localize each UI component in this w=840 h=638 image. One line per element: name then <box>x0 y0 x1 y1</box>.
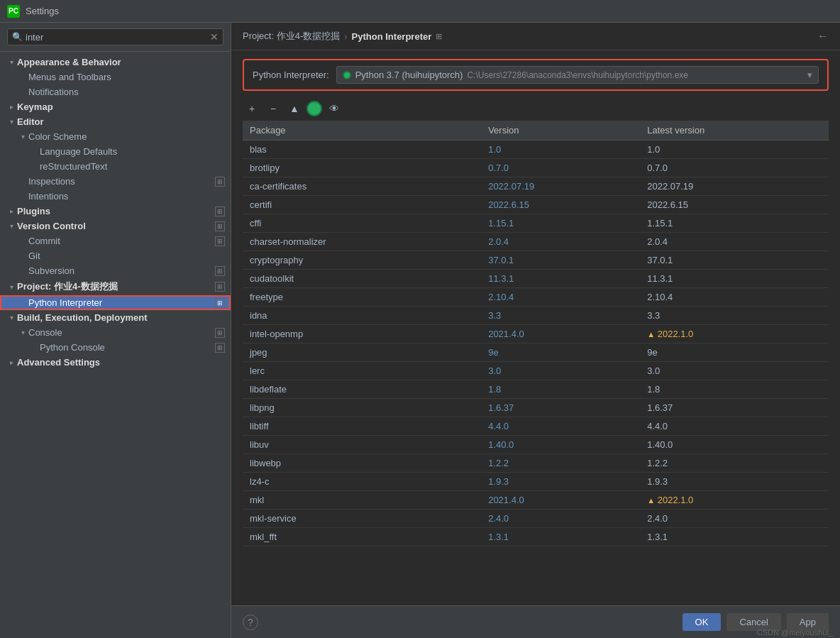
table-row[interactable]: libpng1.6.371.6.37 <box>243 399 829 417</box>
tree-label: Editor <box>17 116 44 127</box>
cell-version: 0.7.0 <box>481 159 640 177</box>
interpreter-select[interactable]: Python 3.7 (huihuipytorch) C:\Users\2728… <box>336 66 819 84</box>
cell-version: 2.0.4 <box>481 233 640 251</box>
sidebar-item-python-interpreter[interactable]: Python Interpreter⊞ <box>0 295 231 310</box>
table-row[interactable]: freetype2.10.42.10.4 <box>243 288 829 307</box>
ok-button[interactable]: OK <box>682 613 722 631</box>
sidebar-item-menus-toolbars[interactable]: Menus and Toolbars <box>0 70 231 84</box>
cell-version: 1.8 <box>481 380 640 399</box>
table-row[interactable]: brotlipy0.7.00.7.0 <box>243 159 829 177</box>
col-package: Package <box>243 121 481 141</box>
sidebar-item-keymap[interactable]: ▸Keymap <box>0 99 231 114</box>
table-row[interactable]: intel-openmp2021.4.0▲ 2022.1.0 <box>243 325 829 343</box>
tree-label: Menus and Toolbars <box>28 72 111 82</box>
sidebar-item-version-control[interactable]: ▾Version Control⊞ <box>0 219 231 233</box>
sidebar-item-git[interactable]: Git <box>0 248 231 263</box>
sidebar-item-intentions[interactable]: Intentions <box>0 189 231 204</box>
table-row[interactable]: jpeg9e9e <box>243 343 829 362</box>
sidebar-item-editor[interactable]: ▾Editor <box>0 114 231 129</box>
tree-badge: ⊞ <box>215 221 225 231</box>
cell-version: 2021.4.0 <box>481 325 640 343</box>
tree-badge: ⊞ <box>215 343 225 353</box>
interpreter-path: C:\Users\27286\anaconda3\envs\huihuipyto… <box>467 70 688 80</box>
table-row[interactable]: cryptography37.0.137.0.1 <box>243 251 829 270</box>
cell-package: libdeflate <box>243 380 481 399</box>
cell-latest: 1.2.2 <box>640 454 829 473</box>
tree-label: Notifications <box>28 87 79 97</box>
table-row[interactable]: mkl_fft1.3.11.3.1 <box>243 528 829 546</box>
help-button[interactable]: ? <box>243 615 258 630</box>
cell-latest: 1.6.37 <box>640 399 829 417</box>
tree-label: Console <box>28 327 62 338</box>
table-row[interactable]: mkl-service2.4.02.4.0 <box>243 510 829 528</box>
sidebar-item-subversion[interactable]: Subversion⊞ <box>0 263 231 278</box>
table-row[interactable]: lerc3.03.0 <box>243 362 829 380</box>
sidebar-item-console[interactable]: ▾Console⊞ <box>0 325 231 340</box>
sidebar-item-plugins[interactable]: ▸Plugins⊞ <box>0 204 231 219</box>
table-row[interactable]: cudatoolkit11.3.111.3.1 <box>243 270 829 288</box>
table-row[interactable]: libwebp1.2.21.2.2 <box>243 454 829 473</box>
sidebar-item-inspections[interactable]: Inspections⊞ <box>0 174 231 189</box>
show-all-button[interactable]: 👁 <box>325 99 343 118</box>
cell-version: 1.6.37 <box>481 399 640 417</box>
tree-label: Python Interpreter <box>28 297 102 308</box>
table-row[interactable]: ca-certificates2022.07.192022.07.19 <box>243 177 829 196</box>
table-row[interactable]: blas1.01.0 <box>243 141 829 159</box>
cell-version: 11.3.1 <box>481 270 640 288</box>
tree-label: Advanced Settings <box>17 357 100 368</box>
table-row[interactable]: cffi1.15.11.15.1 <box>243 214 829 233</box>
table-row[interactable]: idna3.33.3 <box>243 307 829 325</box>
tree-badge: ⊞ <box>215 298 225 308</box>
breadcrumb-project: Project: 作业4-数据挖掘 <box>243 30 340 43</box>
tree-arrow: ▸ <box>6 103 17 111</box>
cell-package: intel-openmp <box>243 325 481 343</box>
tree-label: reStructuredText <box>40 161 107 172</box>
search-input-wrap[interactable]: 🔍 ✕ <box>7 28 223 45</box>
tree-label: Language Defaults <box>40 146 117 157</box>
cell-package: libwebp <box>243 454 481 473</box>
table-row[interactable]: libtiff4.4.04.4.0 <box>243 417 829 436</box>
sidebar-item-appearance[interactable]: ▾Appearance & Behavior <box>0 55 231 70</box>
sidebar-item-color-scheme[interactable]: ▾Color Scheme <box>0 129 231 144</box>
remove-package-button[interactable]: − <box>264 99 282 118</box>
cell-latest: 2.4.0 <box>640 510 829 528</box>
table-row[interactable]: mkl2021.4.0▲ 2022.1.0 <box>243 491 829 510</box>
back-button[interactable]: ← <box>817 30 829 43</box>
sidebar-item-notifications[interactable]: Notifications <box>0 84 231 99</box>
table-row[interactable]: lz4-c1.9.31.9.3 <box>243 473 829 491</box>
search-input[interactable] <box>26 32 210 43</box>
add-package-button[interactable]: + <box>243 99 261 118</box>
cell-version: 2022.07.19 <box>481 177 640 196</box>
upgrade-arrow: ▲ <box>647 330 655 339</box>
sidebar-item-build-execution[interactable]: ▾Build, Execution, Deployment <box>0 310 231 325</box>
cell-package: lz4-c <box>243 473 481 491</box>
tree-arrow: ▾ <box>6 283 17 291</box>
table-row[interactable]: certifi2022.6.152022.6.15 <box>243 196 829 214</box>
sidebar-item-advanced-settings[interactable]: ▸Advanced Settings <box>0 355 231 370</box>
tree-label: Build, Execution, Deployment <box>17 312 147 323</box>
cell-latest: 2022.6.15 <box>640 196 829 214</box>
sidebar-item-commit[interactable]: Commit⊞ <box>0 233 231 248</box>
cell-package: ca-certificates <box>243 177 481 196</box>
table-row[interactable]: libdeflate1.81.8 <box>243 380 829 399</box>
cell-latest: 2.10.4 <box>640 288 829 307</box>
cell-latest: 1.40.0 <box>640 436 829 454</box>
tree-label: Appearance & Behavior <box>17 57 121 67</box>
cell-package: freetype <box>243 288 481 307</box>
cell-version: 2.4.0 <box>481 510 640 528</box>
table-row[interactable]: charset-normalizer2.0.42.0.4 <box>243 233 829 251</box>
sidebar-item-restructuredtext[interactable]: reStructuredText <box>0 159 231 174</box>
cell-latest: ▲ 2022.1.0 <box>640 491 829 510</box>
update-package-button[interactable]: ▲ <box>285 99 304 118</box>
sidebar-item-python-console[interactable]: Python Console⊞ <box>0 340 231 355</box>
tree-label: Python Console <box>40 342 105 353</box>
table-row[interactable]: libuv1.40.01.40.0 <box>243 436 829 454</box>
sidebar-item-project[interactable]: ▾Project: 作业4-数据挖掘⊞ <box>0 278 231 295</box>
sidebar-item-language-defaults[interactable]: Language Defaults <box>0 144 231 159</box>
cell-latest: 1.8 <box>640 380 829 399</box>
tree-arrow: ▾ <box>17 133 28 141</box>
clear-button[interactable]: ✕ <box>210 31 219 43</box>
tree-label: Keymap <box>17 101 53 112</box>
cell-version: 1.40.0 <box>481 436 640 454</box>
tree-label: Project: 作业4-数据挖掘 <box>17 280 118 293</box>
